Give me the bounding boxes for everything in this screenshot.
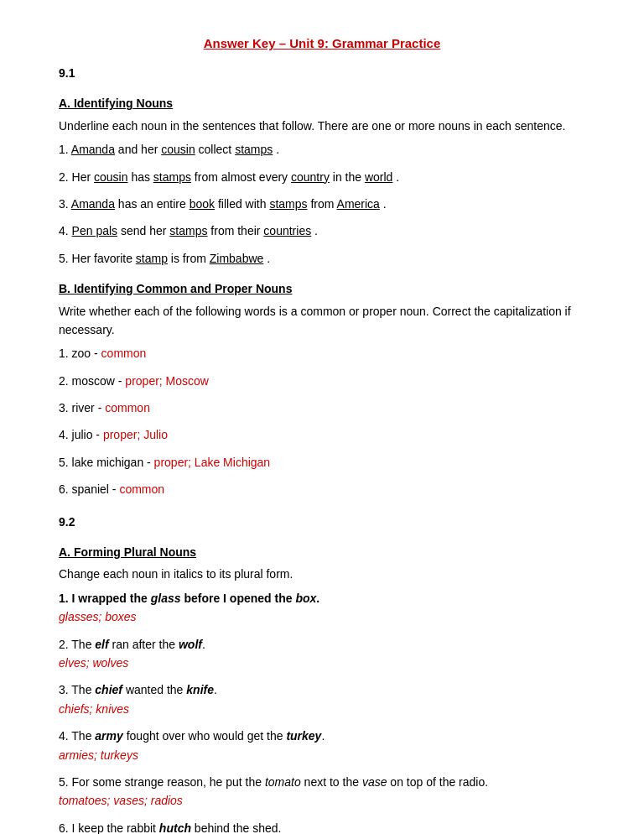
part-a-plural: A. Forming Plural Nouns Change each noun… [59, 543, 585, 834]
part-b-instruction: Write whether each of the following word… [59, 302, 585, 340]
plural-answer-4: armies; turkeys [59, 746, 585, 764]
sentence-2-noun-4: world [365, 170, 392, 184]
plural-item-6: 6. I keep the rabbit hutch behind the sh… [59, 819, 585, 834]
sentence-1-number: 1. [59, 143, 71, 156]
part-b-heading: B. Identifying Common and Proper Nouns [59, 279, 585, 298]
plural-answer-3: chiefs; knives [59, 700, 585, 718]
partb-item-4: 4. julio - proper; Julio [59, 425, 585, 444]
sentence-item-4: 4. Pen pals send her stamps from their c… [59, 222, 585, 240]
plural-item-2: 2. The elf ran after the wolf. elves; wo… [59, 635, 585, 673]
page-title: Answer Key – Unit 9: Grammar Practice [59, 34, 585, 54]
plural-answer-2: elves; wolves [59, 654, 585, 672]
sentence-5-noun-1: stamp [136, 252, 168, 265]
partb-answer-3: common [105, 401, 150, 414]
part-a-plural-heading: A. Forming Plural Nouns [59, 543, 585, 561]
partb-answer-2: proper; Moscow [125, 374, 209, 388]
partb-answer-4: proper; Julio [103, 428, 168, 441]
plural-answer-5: tomatoes; vases; radios [59, 791, 585, 810]
section-91-number: 9.1 [59, 64, 585, 82]
partb-item-5: 5. lake michigan - proper; Lake Michigan [59, 453, 585, 472]
sentence-item-2: 2. Her cousin has stamps from almost eve… [59, 168, 585, 186]
sentence-5-noun-2: Zimbabwe [210, 252, 264, 265]
part-a-instruction: Underline each noun in the sentences tha… [59, 117, 585, 135]
part-a-plural-instruction: Change each noun in italics to its plura… [59, 565, 585, 583]
sentence-1-noun-3: stamps [235, 143, 273, 156]
sentence-3-noun-2: book [190, 197, 215, 211]
sentence-item-5: 5. Her favorite stamp is from Zimbabwe . [59, 249, 585, 268]
partb-answer-1: common [101, 347, 147, 360]
section-92: 9.2 A. Forming Plural Nouns Change each … [59, 513, 585, 834]
sentence-item-3: 3. Amanda has an entire book filled with… [59, 195, 585, 213]
sentence-2-noun-1: cousin [94, 170, 127, 184]
sentence-1-noun-1: Amanda [71, 143, 115, 156]
sentence-4-noun-1: Pen pals [72, 224, 117, 237]
sentence-3-noun-1: Amanda [71, 197, 115, 211]
sentence-3-noun-3: stamps [269, 197, 307, 211]
partb-item-3: 3. river - common [59, 399, 585, 417]
partb-item-2: 2. moscow - proper; Moscow [59, 372, 585, 390]
partb-item-6: 6. spaniel - common [59, 480, 585, 498]
part-b-nouns: B. Identifying Common and Proper Nouns W… [59, 279, 585, 499]
plural-item-1: 1. I wrapped the glass before I opened t… [59, 589, 585, 627]
partb-answer-5: proper; Lake Michigan [154, 456, 271, 469]
sentence-2-noun-3: country [291, 170, 330, 184]
sentence-3-noun-4: America [337, 197, 380, 211]
sentence-item-1: 1. Amanda and her cousin collect stamps … [59, 140, 585, 159]
partb-item-1: 1. zoo - common [59, 344, 585, 362]
partb-answer-6: common [119, 482, 164, 496]
plural-answer-1: glasses; boxes [59, 607, 585, 626]
plural-item-3: 3. The chief wanted the knife. chiefs; k… [59, 680, 585, 718]
sentence-2-noun-2: stamps [153, 170, 191, 184]
part-a-heading: A. Identifying Nouns [59, 94, 585, 112]
section-92-number: 9.2 [59, 513, 585, 531]
sentence-4-noun-3: countries [263, 224, 311, 237]
section-91: 9.1 A. Identifying Nouns Underline each … [59, 64, 585, 499]
part-a-nouns: A. Identifying Nouns Underline each noun… [59, 94, 585, 268]
sentence-1-noun-2: cousin [161, 143, 195, 156]
sentence-4-noun-2: stamps [169, 224, 207, 237]
plural-item-4: 4. The army fought over who would get th… [59, 727, 585, 764]
plural-item-5: 5. For some strange reason, he put the t… [59, 773, 585, 811]
